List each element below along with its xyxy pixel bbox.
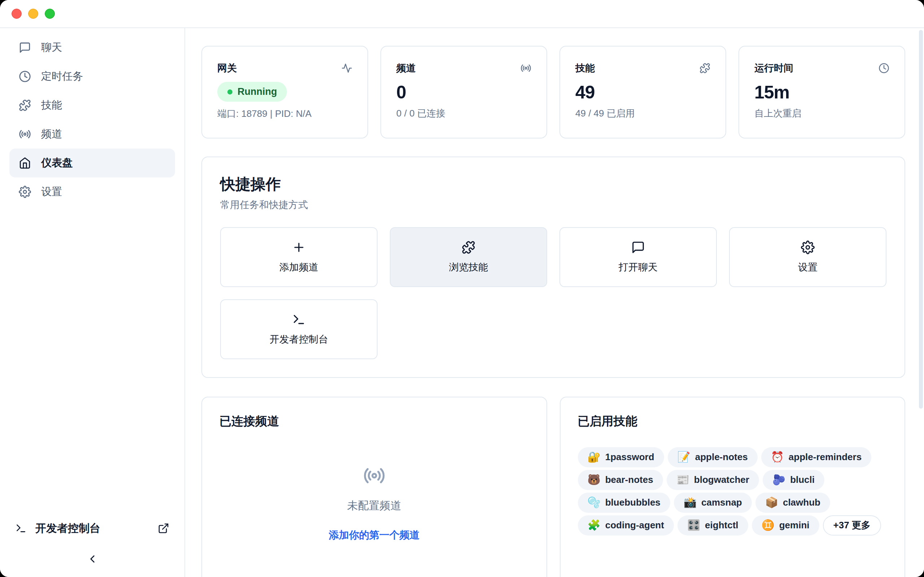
- app-window: 聊天定时任务技能频道仪表盘设置 开发者控制台 网关Running端口: 1878…: [0, 0, 924, 577]
- skill-name: apple-reminders: [789, 451, 861, 463]
- channels-empty-text: 未配置频道: [347, 498, 401, 513]
- skill-badge-coding-agent: 🧩coding-agent: [578, 515, 674, 535]
- sidebar-dev-console-button[interactable]: 开发者控制台: [10, 516, 175, 540]
- skill-badge-bear-notes: 🐻bear-notes: [578, 470, 663, 490]
- skill-emoji: ♊️: [762, 520, 775, 530]
- scrollbar-thumb[interactable]: [919, 30, 923, 409]
- sidebar-item-settings[interactable]: 设置: [10, 177, 175, 206]
- skill-badge-bluebubbles: 🫧bluebubbles: [578, 493, 670, 513]
- gear-icon: [801, 240, 815, 254]
- skill-badge-blogwatcher: 📰blogwatcher: [667, 470, 759, 490]
- sidebar-item-label: 设置: [41, 185, 62, 199]
- skills-more-badge[interactable]: +37 更多: [823, 515, 881, 535]
- skill-emoji: 🧩: [588, 520, 601, 530]
- sidebar-item-label: 仪表盘: [41, 156, 73, 170]
- home-icon: [19, 157, 31, 169]
- skill-emoji: 🎛️: [687, 520, 700, 530]
- skill-name: blogwatcher: [694, 474, 749, 485]
- quick-action-label: 浏览技能: [449, 261, 488, 274]
- close-window-button[interactable]: [11, 9, 22, 19]
- quick-action-settings-button[interactable]: 设置: [729, 227, 887, 287]
- skill-name: eightctl: [705, 520, 738, 531]
- quick-action-dev-console-button[interactable]: 开发者控制台: [220, 299, 378, 359]
- quick-action-label: 打开聊天: [619, 261, 657, 274]
- enabled-skills-title: 已启用技能: [578, 414, 888, 429]
- skill-emoji: 📸: [683, 497, 696, 508]
- stat-detail: 自上次重启: [754, 107, 889, 120]
- clock-icon: [19, 70, 31, 82]
- sidebar-item-dashboard[interactable]: 仪表盘: [10, 148, 175, 177]
- activity-icon: [341, 63, 352, 74]
- quick-action-open-chat-button[interactable]: 打开聊天: [559, 227, 717, 287]
- skill-name: bluebubbles: [605, 497, 661, 508]
- chevron-left-icon: [86, 553, 99, 565]
- puzzle-icon: [462, 240, 475, 254]
- gear-icon: [19, 186, 31, 198]
- puzzle-icon: [699, 63, 710, 74]
- clock-icon: [879, 63, 889, 74]
- traffic-lights: [11, 9, 55, 19]
- quick-action-browse-skills-button[interactable]: 浏览技能: [390, 227, 547, 287]
- skill-name: blucli: [790, 474, 815, 485]
- quick-actions-subtitle: 常用任务和快捷方式: [220, 198, 887, 211]
- chat-icon: [631, 240, 645, 254]
- radio-icon: [363, 464, 386, 487]
- skill-badge-apple-notes: 📝apple-notes: [668, 447, 758, 467]
- radio-icon: [19, 128, 31, 140]
- skill-emoji: 📰: [677, 475, 690, 485]
- skill-badge-eightctl: 🎛️eightctl: [677, 515, 748, 535]
- skills-badge-list: 🔐1password📝apple-notes⏰apple-reminders🐻b…: [578, 447, 888, 535]
- connected-channels-panel: 已连接频道 未配置频道 添加你的第一个频道: [201, 397, 547, 577]
- skill-emoji: ⏰: [771, 452, 784, 462]
- skill-badge-1password: 🔐1password: [578, 447, 664, 467]
- sidebar-item-label: 聊天: [41, 40, 62, 55]
- minimize-window-button[interactable]: [28, 9, 38, 19]
- stat-detail: 端口: 18789 | PID: N/A: [217, 108, 352, 120]
- enabled-skills-panel: 已启用技能 🔐1password📝apple-notes⏰apple-remin…: [560, 397, 906, 577]
- sidebar-item-label: 定时任务: [41, 69, 83, 84]
- skill-emoji: 🫐: [772, 475, 785, 485]
- window-content: 聊天定时任务技能频道仪表盘设置 开发者控制台 网关Running端口: 1878…: [0, 28, 924, 577]
- quick-action-add-channel-button[interactable]: 添加频道: [220, 227, 378, 287]
- radio-icon: [520, 63, 531, 74]
- skill-name: gemini: [779, 520, 809, 531]
- skill-name: camsnap: [701, 497, 742, 508]
- skill-name: 1password: [605, 451, 654, 463]
- stat-detail: 0 / 0 已连接: [396, 107, 531, 120]
- sidebar-item-label: 技能: [41, 98, 62, 113]
- stat-value: 49: [575, 83, 710, 102]
- sidebar-item-skills[interactable]: 技能: [10, 91, 175, 120]
- sidebar-collapse-button[interactable]: [84, 550, 101, 567]
- terminal-icon: [15, 522, 27, 534]
- stat-title: 频道: [396, 62, 416, 75]
- sidebar-item-label: 频道: [41, 127, 62, 141]
- sidebar-item-channels[interactable]: 频道: [10, 120, 175, 148]
- connected-channels-title: 已连接频道: [220, 414, 529, 429]
- add-first-channel-link[interactable]: 添加你的第一个频道: [329, 528, 420, 542]
- quick-actions-panel: 快捷操作 常用任务和快捷方式 添加频道浏览技能打开聊天设置开发者控制台: [201, 156, 905, 378]
- sidebar-nav: 聊天定时任务技能频道仪表盘设置: [10, 33, 175, 206]
- main-content: 网关Running端口: 18789 | PID: N/A频道00 / 0 已连…: [185, 28, 924, 577]
- quick-action-label: 添加频道: [279, 261, 318, 274]
- chat-icon: [19, 42, 31, 54]
- skill-badge-camsnap: 📸camsnap: [674, 493, 752, 513]
- channels-empty-state: 未配置频道 添加你的第一个频道: [220, 464, 529, 542]
- external-link-icon: [158, 522, 169, 534]
- stat-card-skills: 技能4949 / 49 已启用: [559, 46, 726, 139]
- plus-icon: [292, 240, 306, 254]
- terminal-icon: [292, 313, 306, 326]
- skill-badge-clawhub: 📦clawhub: [756, 493, 830, 513]
- stat-value: 0: [396, 83, 531, 102]
- status-dot: [228, 89, 233, 95]
- stat-card-uptime: 运行时间15m自上次重启: [738, 46, 905, 139]
- quick-action-label: 设置: [798, 261, 817, 274]
- skill-badge-gemini: ♊️gemini: [752, 515, 819, 535]
- puzzle-icon: [19, 99, 31, 111]
- stat-title: 技能: [575, 62, 595, 75]
- zoom-window-button[interactable]: [45, 9, 55, 19]
- sidebar-item-chat[interactable]: 聊天: [10, 33, 175, 62]
- sidebar-item-scheduled-tasks[interactable]: 定时任务: [10, 62, 175, 91]
- skill-name: coding-agent: [605, 520, 664, 531]
- skill-emoji: 🔐: [588, 452, 601, 462]
- bottom-grid: 已连接频道 未配置频道 添加你的第一个频道 已启用技能 🔐1password📝a…: [201, 397, 905, 577]
